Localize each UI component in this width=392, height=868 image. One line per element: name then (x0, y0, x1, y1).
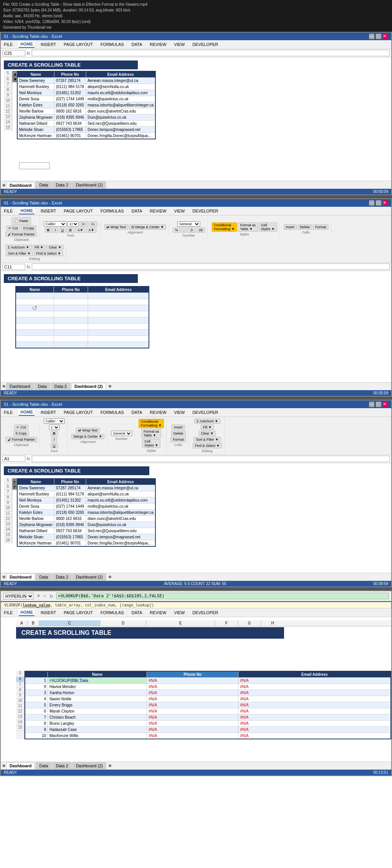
menu-view-3[interactable]: VIEW (173, 409, 186, 415)
sheet-tab-dashboard-2[interactable]: Dashboard (6, 383, 34, 390)
menu-file-3[interactable]: FILE (2, 409, 14, 415)
increase-decimal-btn[interactable]: .0 (188, 227, 195, 233)
menu-home-1[interactable]: HOME (19, 41, 34, 48)
add-sheet-btn-3[interactable]: ⊕ (2, 575, 5, 579)
menu-developer-3[interactable]: DEVELOPER (191, 409, 220, 415)
menu-review-2[interactable]: REVIEW (148, 208, 168, 214)
percent-btn[interactable]: % (173, 227, 180, 233)
decrease-font-btn[interactable]: A↓ (89, 221, 98, 227)
autosum-btn[interactable]: Σ AutoSum ▼ (5, 245, 32, 250)
sheet-tab-data-2[interactable]: Data (34, 383, 50, 390)
menu-data-1[interactable]: DATA (130, 41, 144, 47)
sheet-tab-data-3[interactable]: Data (36, 574, 51, 580)
close-btn-3[interactable]: ✕ (383, 402, 388, 407)
menu-review-1[interactable]: REVIEW (148, 41, 168, 47)
sheet-tab-data2-2[interactable]: Data 2 (51, 383, 70, 390)
find-select-btn-3[interactable]: Find & Select ▼ (193, 443, 222, 448)
bold-btn[interactable]: B (45, 227, 52, 233)
sheet-tab-data2-3[interactable]: Data 2 (52, 574, 72, 580)
menu-formulas-1[interactable]: FORMULAS (99, 41, 125, 47)
sort-filter-btn-3[interactable]: Sort & Filter ▼ (194, 437, 221, 442)
name-box-2[interactable] (2, 264, 25, 270)
menu-insert-2[interactable]: INSERT (39, 208, 57, 214)
italic-btn[interactable]: I (52, 227, 58, 233)
small-input-1[interactable] (19, 162, 50, 169)
menu-developer-1[interactable]: DEVELOPER (191, 41, 220, 47)
menu-data-4[interactable]: DATA (130, 610, 144, 616)
number-format-select-3[interactable]: General (111, 431, 132, 436)
underline-btn[interactable]: U (59, 227, 66, 233)
add-sheet-icon-4[interactable]: ⊕ (108, 763, 111, 768)
insert-cells-btn[interactable]: Insert (284, 224, 297, 230)
scroll-down-3[interactable]: ▼ (13, 484, 16, 489)
menu-formulas-3[interactable]: FORMULAS (99, 409, 125, 415)
fill-btn-3[interactable]: Fill ▼ (201, 425, 214, 430)
add-sheet-icon-2[interactable]: ⊕ (108, 384, 111, 388)
menu-home-4[interactable]: HOME (19, 609, 34, 616)
menu-file-2[interactable]: FILE (2, 208, 14, 214)
menu-data-2[interactable]: DATA (130, 208, 144, 214)
bold-btn-3[interactable]: B (51, 431, 58, 436)
paste-btn[interactable]: 📋 Paste (11, 217, 31, 225)
maximize-btn-1[interactable]: □ (376, 34, 381, 39)
add-sheet-btn-2[interactable]: ⊕ (2, 384, 5, 388)
scroll-up-3[interactable]: ▲ (13, 479, 16, 484)
function-dropdown-4[interactable]: HYPERLINK (3, 593, 34, 600)
sheet-tab-dashboard-4[interactable]: Dashboard (6, 762, 35, 769)
merge-center-btn-3[interactable]: Merge & Center ▼ (71, 434, 105, 439)
italic-btn-3[interactable]: I (51, 437, 57, 442)
menu-review-4[interactable]: REVIEW (148, 610, 168, 616)
menu-data-3[interactable]: DATA (130, 409, 144, 415)
sheet-tab-dashboard2-2[interactable]: Dashboard (2) (71, 383, 106, 389)
format-cells-btn[interactable]: Format (313, 224, 328, 230)
format-cells-btn-3[interactable]: Format (170, 437, 186, 442)
font-size-select-3[interactable]: 11 (49, 425, 60, 430)
menu-insert-4[interactable]: INSERT (39, 610, 57, 616)
conditional-format-btn-3[interactable]: ConditionalFormatting ▼ (139, 419, 164, 428)
menu-file-1[interactable]: FILE (2, 41, 14, 47)
sheet-tab-dashboard2-1[interactable]: Dashboard (2) (72, 181, 106, 188)
menu-developer-2[interactable]: DEVELOPER (191, 208, 220, 214)
format-as-table-btn[interactable]: Format asTable ▼ (238, 222, 258, 232)
font-family-select[interactable]: Calibri (44, 221, 67, 227)
border-btn[interactable]: ⊞ (67, 227, 74, 233)
add-sheet-btn-4[interactable]: ⊕ (2, 763, 5, 768)
menu-developer-4[interactable]: DEVELOPER (191, 610, 220, 616)
clear-btn-3[interactable]: Clear ▼ (199, 431, 216, 436)
cut-btn[interactable]: ✂ Cut (6, 226, 20, 231)
format-painter-btn[interactable]: 🖌 Format Painter (5, 232, 37, 237)
menu-home-3[interactable]: HOME (19, 409, 34, 416)
sheet-tab-dashboard-1[interactable]: Dashboard (6, 182, 35, 188)
find-select-btn[interactable]: Find & Select ▼ (34, 251, 63, 256)
menu-pagelayout-3[interactable]: PAGE LAYOUT (62, 409, 94, 415)
increase-font-btn[interactable]: A↑ (80, 221, 88, 227)
wrap-text-btn-3[interactable]: ⇄ Wrap Text (76, 428, 100, 433)
formula-input-1[interactable] (32, 50, 390, 56)
copy-btn[interactable]: ⎘ Copy (21, 226, 37, 231)
copy-btn-3[interactable]: ⎘ Copy (13, 431, 29, 436)
menu-view-1[interactable]: VIEW (173, 41, 186, 47)
font-size-select[interactable]: 11 (67, 221, 79, 227)
menu-pagelayout-4[interactable]: PAGE LAYOUT (62, 610, 94, 616)
font-family-select-3[interactable]: Calibri (44, 418, 65, 424)
fill-btn[interactable]: Fill ▼ (33, 245, 46, 250)
add-sheet-icon-3[interactable]: ⊕ (108, 575, 111, 579)
menu-formulas-4[interactable]: FORMULAS (99, 610, 125, 616)
sort-filter-btn[interactable]: Sort & Filter ▼ (6, 251, 33, 256)
maximize-btn-3[interactable]: □ (376, 402, 381, 407)
menu-pagelayout-2[interactable]: PAGE LAYOUT (62, 208, 94, 214)
maximize-btn-2[interactable]: □ (376, 200, 381, 206)
menu-view-4[interactable]: VIEW (173, 610, 186, 616)
wrap-text-btn[interactable]: ⇄ Wrap Text (104, 224, 128, 230)
autosum-btn-3[interactable]: Σ AutoSum ▼ (194, 418, 220, 424)
underline-btn-3[interactable]: U (51, 443, 58, 448)
minimize-btn-3[interactable]: — (369, 402, 374, 407)
font-color-btn[interactable]: A▼ (86, 227, 96, 233)
menu-review-3[interactable]: REVIEW (148, 409, 168, 415)
menu-insert-3[interactable]: INSERT (39, 409, 57, 415)
decrease-decimal-btn[interactable]: .00 (196, 227, 205, 233)
sheet-tab-dashboard2-4[interactable]: Dashboard (2) (72, 762, 106, 769)
formula-input-4[interactable] (56, 593, 389, 599)
comma-btn[interactable]: , (181, 227, 187, 233)
menu-view-2[interactable]: VIEW (173, 208, 186, 214)
